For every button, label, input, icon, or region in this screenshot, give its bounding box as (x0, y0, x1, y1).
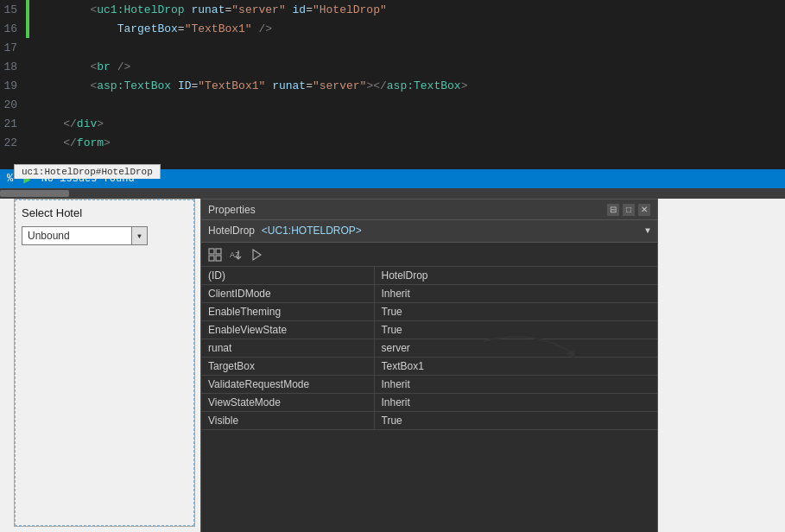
property-name: runat (201, 339, 374, 358)
pin-button[interactable]: ⊟ (607, 204, 619, 216)
object-name: HotelDrop (208, 225, 255, 237)
property-value: True (374, 303, 657, 321)
svg-rect-2 (209, 256, 214, 261)
line-number: 22 (0, 136, 26, 149)
code-content: TargetBox="TextBox1" /> (29, 22, 272, 35)
properties-table: (ID)HotelDropClientIDModeInheritEnableTh… (201, 267, 657, 430)
svg-marker-6 (253, 250, 261, 260)
svg-rect-1 (216, 249, 221, 254)
table-row[interactable]: (ID)HotelDrop (201, 267, 657, 285)
line-indicator (26, 38, 29, 57)
code-content: <br /> (29, 60, 130, 73)
table-row[interactable]: ClientIDModeInherit (201, 285, 657, 303)
hotel-dropdown-input[interactable] (22, 226, 132, 245)
code-line: 18 <br /> (0, 57, 785, 76)
table-row[interactable]: VisibleTrue (201, 412, 657, 430)
property-value: Inherit (374, 285, 657, 303)
select-hotel-label: Select Hotel (22, 206, 187, 219)
property-value: server (374, 339, 657, 358)
line-number: 18 (0, 60, 26, 73)
table-row[interactable]: EnableThemingTrue (201, 303, 657, 321)
property-name: EnableViewState (201, 321, 374, 339)
line-number: 16 (0, 22, 26, 35)
line-number: 21 (0, 117, 26, 130)
property-value: HotelDrop (374, 267, 657, 285)
code-line: 15 <uc1:HotelDrop runat="server" id="Hot… (0, 0, 785, 19)
properties-title: Properties (208, 204, 256, 216)
design-panel-tab[interactable]: uc1:HotelDrop#HotelDrop (14, 164, 161, 179)
line-number: 17 (0, 41, 26, 54)
property-value: Inherit (374, 394, 657, 412)
grid-icon (208, 248, 222, 262)
code-line: 19 <asp:TextBox ID="TextBox1" runat="ser… (0, 76, 785, 95)
close-button[interactable]: ✕ (638, 204, 650, 216)
code-content: <uc1:HotelDrop runat="server" id="HotelD… (29, 3, 387, 16)
zoom-level: % (7, 173, 13, 185)
line-number: 19 (0, 79, 26, 92)
property-name: EnableTheming (201, 303, 374, 321)
code-line: 22 </form> (0, 133, 785, 152)
sort-icon: AZ (229, 248, 243, 262)
grid-view-button[interactable] (206, 246, 224, 263)
property-name: ViewStateMode (201, 394, 374, 412)
scrollbar-thumb[interactable] (0, 190, 69, 197)
properties-toolbar: AZ (201, 243, 657, 267)
bottom-panel: uc1:HotelDrop#HotelDrop Select Hotel Pro… (0, 199, 785, 532)
table-row[interactable]: TargetBoxTextBox1 (201, 358, 657, 376)
code-line: 21 </div> (0, 114, 785, 133)
property-value: Inherit (374, 376, 657, 394)
line-number: 20 (0, 98, 26, 111)
property-value: True (374, 412, 657, 430)
svg-rect-0 (209, 249, 214, 254)
title-bar-buttons: ⊟ □ ✕ (607, 204, 650, 216)
design-panel: Select Hotel (14, 199, 195, 527)
sort-button[interactable]: AZ (227, 246, 244, 263)
events-button[interactable] (248, 246, 265, 263)
property-name: TargetBox (201, 358, 374, 376)
line-number: 15 (0, 3, 26, 16)
property-name: ClientIDMode (201, 285, 374, 303)
hotel-dropdown-arrow[interactable] (132, 226, 148, 245)
properties-title-bar: Properties ⊟ □ ✕ (201, 200, 657, 220)
property-name: Visible (201, 412, 374, 430)
float-button[interactable]: □ (623, 204, 635, 216)
design-panel-inner: Select Hotel (15, 200, 194, 252)
code-content: </form> (29, 136, 111, 149)
object-bar-dropdown-arrow[interactable]: ▼ (645, 226, 650, 236)
table-row[interactable]: ViewStateModeInherit (201, 394, 657, 412)
property-value: TextBox1 (374, 358, 657, 376)
properties-object-bar: HotelDrop <UC1:HOTELDROP> ▼ (201, 220, 657, 243)
code-line: 20 (0, 95, 785, 114)
object-type: <UC1:HOTELDROP> (262, 225, 362, 237)
svg-rect-3 (216, 256, 221, 261)
line-indicator (26, 95, 29, 114)
table-row[interactable]: ValidateRequestModeInherit (201, 376, 657, 394)
property-value: True (374, 321, 657, 339)
events-icon (250, 248, 263, 262)
properties-panel: Properties ⊟ □ ✕ HotelDrop <UC1:HOTELDRO… (200, 199, 658, 532)
property-name: ValidateRequestMode (201, 376, 374, 394)
property-name: (ID) (201, 267, 374, 285)
code-editor: 15 <uc1:HotelDrop runat="server" id="Hot… (0, 0, 785, 169)
code-line: 17 (0, 38, 785, 57)
table-row[interactable]: EnableViewStateTrue (201, 321, 657, 339)
table-row[interactable]: runatserver (201, 339, 657, 358)
code-content: </div> (29, 117, 104, 130)
code-line: 16 TargetBox="TextBox1" /> (0, 19, 785, 38)
code-content: <asp:TextBox ID="TextBox1" runat="server… (29, 79, 467, 92)
horizontal-scrollbar[interactable] (0, 188, 785, 199)
dropdown-container (22, 226, 187, 245)
